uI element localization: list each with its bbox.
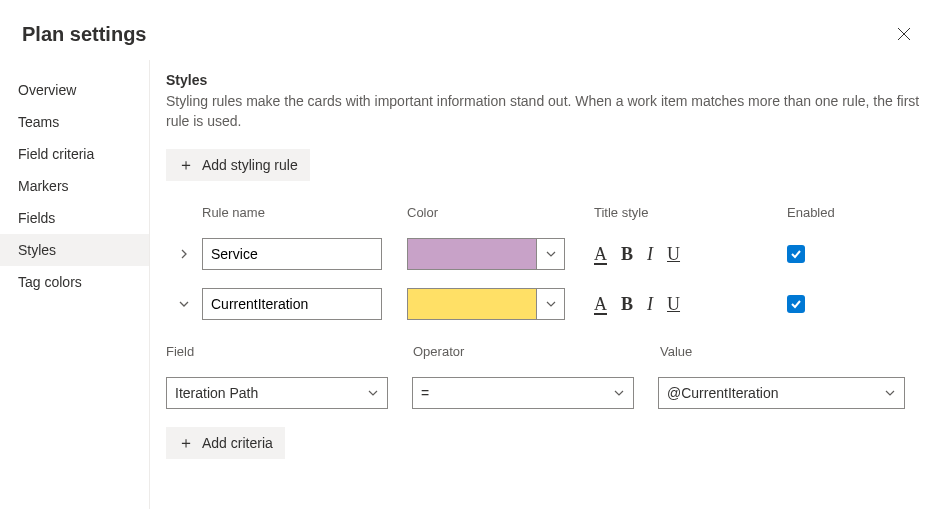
add-styling-rule-label: Add styling rule <box>202 157 298 173</box>
chevron-down-icon[interactable] <box>536 289 564 319</box>
section-description: Styling rules make the cards with import… <box>166 92 926 131</box>
font-color-button[interactable]: A <box>594 245 607 263</box>
sidebar-item-markers[interactable]: Markers <box>0 170 149 202</box>
section-title: Styles <box>166 72 926 88</box>
add-styling-rule-button[interactable]: ＋ Add styling rule <box>166 149 310 181</box>
color-swatch <box>408 239 536 269</box>
color-swatch <box>408 289 536 319</box>
chevron-right-icon[interactable] <box>179 246 189 262</box>
criteria-operator-value: = <box>413 385 605 401</box>
column-header-color: Color <box>407 205 594 220</box>
rule-color-picker[interactable] <box>407 288 565 320</box>
underline-button[interactable]: U <box>667 245 680 263</box>
rule-name-input[interactable] <box>202 288 382 320</box>
styles-panel: Styles Styling rules make the cards with… <box>150 60 942 509</box>
bold-button[interactable]: B <box>621 295 633 313</box>
check-icon <box>790 248 802 260</box>
sidebar-item-overview[interactable]: Overview <box>0 74 149 106</box>
close-button[interactable] <box>888 18 920 50</box>
dialog-header: Plan settings <box>0 0 942 60</box>
column-header-operator: Operator <box>413 344 660 359</box>
chevron-down-icon[interactable] <box>605 390 633 396</box>
criteria-row: Iteration Path = @CurrentIteration <box>166 377 926 409</box>
sidebar-item-fields[interactable]: Fields <box>0 202 149 234</box>
plus-icon: ＋ <box>178 157 194 173</box>
criteria-column-headers: Field Operator Value <box>166 344 926 359</box>
check-icon <box>790 298 802 310</box>
add-criteria-label: Add criteria <box>202 435 273 451</box>
underline-button[interactable]: U <box>667 295 680 313</box>
column-header-title-style: Title style <box>594 205 787 220</box>
chevron-down-icon[interactable] <box>359 390 387 396</box>
add-criteria-button[interactable]: ＋ Add criteria <box>166 427 285 459</box>
rule-row: A B I U <box>166 288 926 320</box>
criteria-value-select[interactable]: @CurrentIteration <box>658 377 905 409</box>
sidebar-item-styles[interactable]: Styles <box>0 234 149 266</box>
rule-color-picker[interactable] <box>407 238 565 270</box>
criteria-value-value: @CurrentIteration <box>659 385 876 401</box>
criteria-field-select[interactable]: Iteration Path <box>166 377 388 409</box>
chevron-down-icon[interactable] <box>179 296 189 312</box>
column-header-value: Value <box>660 344 692 359</box>
italic-button[interactable]: I <box>647 295 653 313</box>
dialog-body: Overview Teams Field criteria Markers Fi… <box>0 60 942 509</box>
rules-column-headers: Rule name Color Title style Enabled <box>166 205 926 220</box>
column-header-field: Field <box>166 344 413 359</box>
enabled-checkbox[interactable] <box>787 295 805 313</box>
rule-row: A B I U <box>166 238 926 270</box>
criteria-operator-select[interactable]: = <box>412 377 634 409</box>
sidebar-item-teams[interactable]: Teams <box>0 106 149 138</box>
sidebar-item-tag-colors[interactable]: Tag colors <box>0 266 149 298</box>
column-header-enabled: Enabled <box>787 205 835 220</box>
chevron-down-icon[interactable] <box>536 239 564 269</box>
column-header-name: Rule name <box>202 205 407 220</box>
chevron-down-icon[interactable] <box>876 390 904 396</box>
italic-button[interactable]: I <box>647 245 653 263</box>
enabled-checkbox[interactable] <box>787 245 805 263</box>
plan-settings-dialog: Plan settings Overview Teams Field crite… <box>0 0 942 509</box>
sidebar: Overview Teams Field criteria Markers Fi… <box>0 60 150 509</box>
sidebar-item-field-criteria[interactable]: Field criteria <box>0 138 149 170</box>
rule-name-input[interactable] <box>202 238 382 270</box>
dialog-title: Plan settings <box>22 23 146 46</box>
criteria-field-value: Iteration Path <box>167 385 359 401</box>
font-color-button[interactable]: A <box>594 295 607 313</box>
plus-icon: ＋ <box>178 435 194 451</box>
close-icon <box>897 27 911 41</box>
bold-button[interactable]: B <box>621 245 633 263</box>
